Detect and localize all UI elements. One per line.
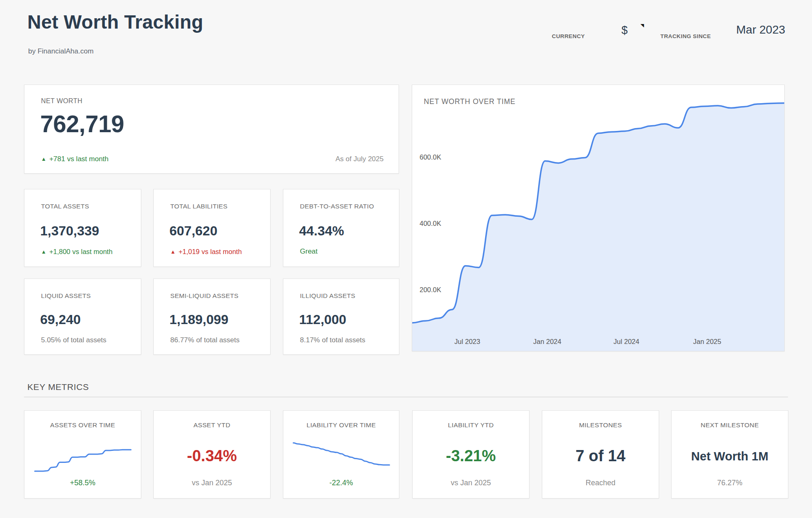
y-axis-tick-400k: 400.0K xyxy=(417,220,441,228)
net-worth-label: NET WORTH xyxy=(41,97,82,105)
assets-over-time-title: ASSETS OVER TIME xyxy=(24,421,141,429)
milestones-card: MILESTONES 7 of 14 Reached xyxy=(542,410,659,499)
tracking-since-value: Mar 2023 xyxy=(736,23,785,36)
total-liabilities-delta: ▲+1,019 vs last month xyxy=(170,248,242,256)
illiquid-assets-card: ILLIQUID ASSETS 112,000 8.17% of total a… xyxy=(283,278,399,355)
semi-liquid-assets-note: 86.77% of total assets xyxy=(170,336,239,344)
total-liabilities-value: 607,620 xyxy=(169,224,218,237)
currency-label: CURRENCY xyxy=(552,33,585,39)
currency-cell[interactable]: $ ◥ xyxy=(621,24,628,37)
debt-to-asset-label: DEBT-TO-ASSET RATIO xyxy=(300,203,374,210)
net-worth-over-time-panel: NET WORTH OVER TIME 200.0K 400.0K 600.0K… xyxy=(412,85,785,351)
chart-title: NET WORTH OVER TIME xyxy=(424,97,515,106)
cell-note-corner-icon: ◥ xyxy=(640,23,644,28)
liability-ytd-card: LIABILITY YTD -3.21% vs Jan 2025 xyxy=(412,410,529,499)
asset-ytd-caption: vs Jan 2025 xyxy=(154,479,270,487)
assets-over-time-card: ASSETS OVER TIME +58.5% xyxy=(24,410,141,499)
x-axis-tick-jul-2023: Jul 2023 xyxy=(454,338,480,346)
total-liabilities-card: TOTAL LABILITIES 607,620 ▲+1,019 vs last… xyxy=(153,189,271,267)
illiquid-assets-value: 112,000 xyxy=(299,313,346,326)
net-worth-delta-text: +781 vs last month xyxy=(49,155,109,163)
section-divider xyxy=(24,397,788,397)
liquid-assets-value: 69,240 xyxy=(40,313,81,326)
milestones-title: MILESTONES xyxy=(542,421,659,429)
asset-ytd-value: -0.34% xyxy=(154,448,270,464)
liability-over-time-card: LIABILITY OVER TIME -22.4% xyxy=(283,410,399,499)
total-assets-label: TOTAL ASSETS xyxy=(41,203,89,210)
liability-over-time-caption: -22.4% xyxy=(283,479,399,487)
tracking-since-label: TRACKING SINCE xyxy=(660,33,711,39)
x-axis-tick-jul-2024: Jul 2024 xyxy=(614,338,639,346)
debt-to-asset-note: Great xyxy=(300,247,318,256)
next-milestone-caption: 76.27% xyxy=(672,479,788,487)
net-worth-value: 762,719 xyxy=(40,112,124,136)
semi-liquid-assets-value: 1,189,099 xyxy=(169,313,228,326)
illiquid-assets-label: ILLIQUID ASSETS xyxy=(300,292,355,300)
assets-over-time-caption: +58.5% xyxy=(24,479,141,487)
asset-ytd-card: ASSET YTD -0.34% vs Jan 2025 xyxy=(153,410,271,499)
x-axis-tick-jan-2024: Jan 2024 xyxy=(533,338,561,346)
y-axis-tick-600k: 600.0K xyxy=(417,153,441,161)
total-assets-delta: ▲+1,800 vs last month xyxy=(41,248,113,256)
up-triangle-icon: ▲ xyxy=(41,249,46,255)
milestones-value: 7 of 14 xyxy=(542,448,659,464)
page-subtitle: by FinancialAha.com xyxy=(28,47,94,56)
illiquid-assets-note: 8.17% of total assets xyxy=(300,336,365,344)
up-triangle-icon: ▲ xyxy=(41,156,46,162)
liability-ytd-caption: vs Jan 2025 xyxy=(413,479,529,487)
liquid-assets-label: LIQUID ASSETS xyxy=(41,292,91,300)
total-assets-value: 1,370,339 xyxy=(40,224,99,237)
liability-ytd-title: LIABILITY YTD xyxy=(413,421,529,429)
net-worth-area-chart[interactable] xyxy=(412,85,784,351)
x-axis-tick-jan-2025: Jan 2025 xyxy=(693,338,721,346)
liquid-assets-card: LIQUID ASSETS 69,240 5.05% of total asse… xyxy=(24,278,141,355)
debt-to-asset-value: 44.34% xyxy=(299,224,344,237)
currency-value[interactable]: $ xyxy=(621,24,628,36)
semi-liquid-assets-card: SEMI-LIQUID ASSETS 1,189,099 86.77% of t… xyxy=(153,278,271,355)
net-worth-as-of: As of July 2025 xyxy=(336,155,384,163)
liability-over-time-title: LIABILITY OVER TIME xyxy=(283,421,399,429)
key-metrics-heading: KEY METRICS xyxy=(27,382,89,392)
liquid-assets-note: 5.05% of total assets xyxy=(41,336,106,344)
next-milestone-title: NEXT MILESTONE xyxy=(672,421,788,429)
net-worth-delta: ▲+781 vs last month xyxy=(41,155,109,163)
page-title: Net Worth Tracking xyxy=(27,11,203,33)
liability-sparkline-chart xyxy=(292,436,391,475)
total-liabilities-delta-text: +1,019 vs last month xyxy=(179,248,242,255)
asset-ytd-title: ASSET YTD xyxy=(154,421,270,429)
y-axis-tick-200k: 200.0K xyxy=(417,286,441,294)
net-worth-card: NET WORTH 762,719 ▲+781 vs last month As… xyxy=(24,85,399,174)
liability-ytd-value: -3.21% xyxy=(413,448,529,464)
next-milestone-card: NEXT MILESTONE Net Worth 1M 76.27% xyxy=(671,410,788,499)
total-assets-delta-text: +1,800 vs last month xyxy=(49,248,113,255)
semi-liquid-assets-label: SEMI-LIQUID ASSETS xyxy=(170,292,239,300)
milestones-caption: Reached xyxy=(542,479,659,487)
assets-sparkline-chart xyxy=(33,436,133,475)
up-triangle-icon: ▲ xyxy=(170,249,176,255)
total-assets-card: TOTAL ASSETS 1,370,339 ▲+1,800 vs last m… xyxy=(24,189,141,267)
debt-to-asset-card: DEBT-TO-ASSET RATIO 44.34% Great xyxy=(283,189,399,267)
total-liabilities-label: TOTAL LABILITIES xyxy=(170,203,227,210)
next-milestone-value: Net Worth 1M xyxy=(672,450,788,462)
